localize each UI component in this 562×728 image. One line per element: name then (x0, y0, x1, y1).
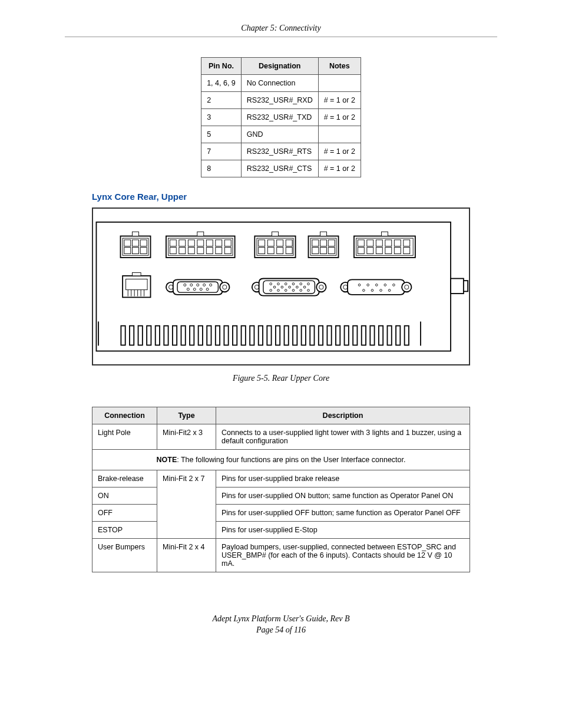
table-row: 5 GND (201, 126, 361, 143)
svg-rect-27 (216, 248, 222, 254)
notes-cell: # = 1 or 2 (318, 160, 361, 177)
svg-rect-59 (367, 248, 373, 254)
connection-table: Connection Type Description Light Pole M… (92, 407, 470, 572)
svg-rect-131 (190, 326, 194, 345)
table-row: User Bumpers Mini-Fit 2 x 4 Payload bump… (92, 539, 470, 572)
svg-rect-123 (121, 326, 125, 345)
svg-rect-32 (259, 240, 265, 246)
svg-rect-48 (328, 248, 335, 254)
description-cell: Pins for user-supplied ON button; same f… (216, 487, 470, 505)
svg-rect-61 (385, 248, 392, 254)
connection-cell: OFF (92, 505, 157, 522)
svg-rect-46 (312, 248, 319, 254)
svg-rect-24 (188, 248, 194, 254)
pin-cell: 8 (201, 160, 242, 177)
pin-cell: 7 (201, 143, 242, 160)
designation-cell: RS232_USR#_TXD (241, 109, 318, 126)
table-row: 2 RS232_USR#_RXD # = 1 or 2 (201, 92, 361, 109)
svg-rect-40 (272, 232, 279, 236)
svg-rect-54 (376, 240, 382, 246)
notes-cell (318, 126, 361, 143)
svg-rect-16 (179, 240, 186, 246)
svg-rect-148 (336, 326, 340, 345)
rear-core-diagram (92, 207, 470, 365)
section-heading: Lynx Core Rear, Upper (92, 192, 497, 202)
svg-rect-2 (451, 278, 464, 294)
svg-rect-39 (286, 248, 292, 254)
svg-rect-153 (379, 326, 383, 345)
connection-cell: ON (92, 487, 157, 505)
svg-rect-25 (197, 248, 204, 254)
svg-rect-43 (312, 240, 319, 246)
type-cell: Mini-Fit 2 x 7 (157, 470, 216, 539)
svg-point-86 (223, 285, 227, 289)
notes-cell: # = 1 or 2 (318, 143, 361, 160)
svg-rect-155 (396, 326, 400, 345)
svg-rect-60 (376, 248, 382, 254)
svg-rect-63 (404, 248, 410, 254)
svg-rect-56 (394, 240, 401, 246)
svg-rect-18 (197, 240, 204, 246)
svg-rect-9 (124, 248, 131, 254)
table-row: Light Pole Mini-Fit2 x 3 Connects to a u… (92, 424, 470, 450)
svg-rect-36 (259, 248, 265, 254)
svg-point-107 (319, 285, 323, 289)
description-cell: Pins for user-supplied brake release (216, 470, 470, 487)
svg-rect-128 (164, 326, 168, 345)
svg-rect-57 (404, 240, 410, 246)
designation-cell: GND (241, 126, 318, 143)
notes-cell: # = 1 or 2 (318, 109, 361, 126)
table-row: OFF Pins for user-supplied OFF button; s… (92, 505, 470, 522)
col-type: Type (157, 407, 216, 424)
svg-rect-141 (276, 326, 280, 345)
table-row: 3 RS232_USR#_TXD # = 1 or 2 (201, 109, 361, 126)
svg-rect-33 (267, 240, 274, 246)
svg-rect-139 (259, 326, 263, 345)
svg-rect-64 (381, 232, 388, 236)
svg-rect-136 (233, 326, 237, 345)
svg-rect-8 (140, 240, 147, 246)
footer-title: Adept Lynx Platform User's Guide, Rev B (65, 614, 497, 625)
svg-rect-144 (302, 326, 306, 345)
svg-rect-147 (327, 326, 331, 345)
svg-rect-15 (170, 240, 176, 246)
description-cell: Connects to a user-supplied light tower … (216, 424, 470, 450)
svg-rect-20 (216, 240, 222, 246)
table-header-row: Connection Type Description (92, 407, 470, 424)
note-text: : The following four functions are pins … (177, 456, 405, 464)
table-row: ON Pins for user-supplied ON button; sam… (92, 487, 470, 505)
svg-rect-149 (345, 326, 349, 345)
svg-rect-23 (179, 248, 186, 254)
svg-rect-22 (170, 248, 176, 254)
svg-rect-152 (370, 326, 374, 345)
table-row: 8 RS232_USR#_CTS # = 1 or 2 (201, 160, 361, 177)
description-cell: Pins for user-supplied OFF button; same … (216, 505, 470, 522)
type-cell: Mini-Fit 2 x 4 (157, 539, 216, 572)
svg-rect-21 (224, 240, 231, 246)
svg-rect-34 (277, 240, 283, 246)
col-connection: Connection (92, 407, 157, 424)
pin-table: Pin No. Designation Notes 1, 4, 6, 9 No … (201, 57, 361, 177)
svg-rect-62 (394, 248, 401, 254)
svg-rect-52 (358, 240, 364, 246)
table-row: ESTOP Pins for user-supplied E-Stop (92, 522, 470, 539)
svg-rect-29 (197, 232, 204, 236)
notes-cell: # = 1 or 2 (318, 92, 361, 109)
svg-rect-53 (367, 240, 373, 246)
svg-rect-156 (405, 326, 409, 345)
svg-rect-11 (140, 248, 147, 254)
svg-rect-10 (133, 248, 139, 254)
note-label: NOTE (157, 456, 177, 464)
svg-rect-142 (284, 326, 288, 345)
svg-rect-140 (267, 326, 271, 345)
description-cell: Pins for user-supplied E-Stop (216, 522, 470, 539)
svg-point-88 (254, 285, 259, 289)
svg-rect-145 (310, 326, 314, 345)
svg-rect-58 (358, 248, 364, 254)
svg-rect-134 (216, 326, 220, 345)
note-cell: NOTE: The following four functions are p… (92, 450, 470, 470)
notes-cell (318, 75, 361, 92)
svg-rect-28 (224, 248, 231, 254)
designation-cell: RS232_USR#_RXD (241, 92, 318, 109)
svg-rect-35 (286, 240, 292, 246)
